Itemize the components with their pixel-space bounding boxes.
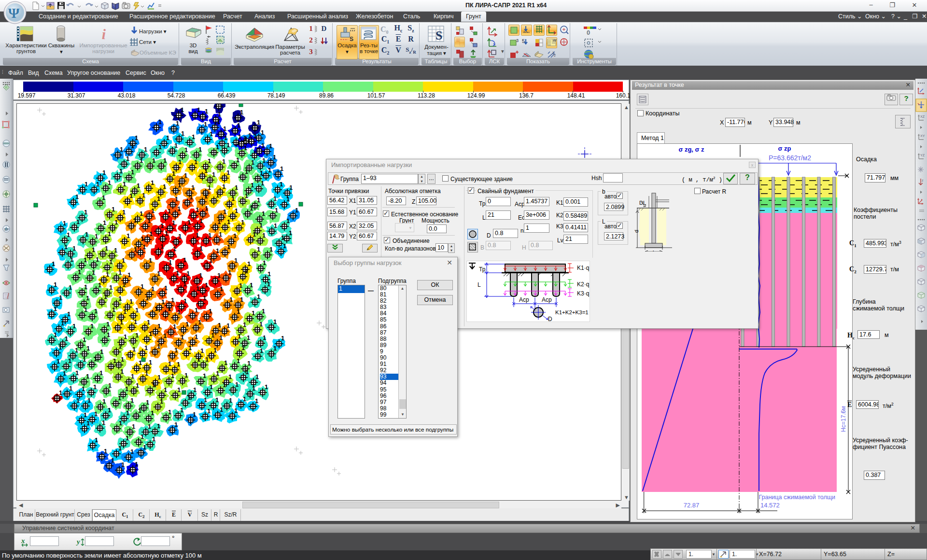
svg-text:y: y xyxy=(76,538,80,546)
svg-text:EF: EF xyxy=(4,227,9,232)
svg-text:K1+K2+K3=1: K1+K2+K3=1 xyxy=(555,309,589,315)
svg-text:YZ: YZ xyxy=(920,154,925,157)
svg-text:Тр: Тр xyxy=(479,266,486,273)
svg-text:2: 2 xyxy=(554,54,556,57)
svg-text:3: 3 xyxy=(516,38,519,43)
svg-text:P=63.662т/м2: P=63.662т/м2 xyxy=(769,154,811,162)
svg-text:5: 5 xyxy=(522,38,525,44)
svg-text:d: d xyxy=(634,230,639,233)
svg-text:Аср: Аср xyxy=(519,296,529,303)
svg-text:D: D xyxy=(548,316,552,322)
svg-text:XZ: XZ xyxy=(920,115,925,118)
svg-text:Граница сжимаемой толщи: Граница сжимаемой толщи xyxy=(759,494,836,501)
svg-text:S: S xyxy=(350,36,353,41)
svg-text:S: S xyxy=(435,28,442,42)
svg-text:0: 0 xyxy=(587,29,590,36)
svg-text:z: z xyxy=(922,179,924,182)
svg-text:72.87: 72.87 xyxy=(684,502,700,509)
svg-text:Ψ: Ψ xyxy=(8,5,20,21)
svg-text:K3·q: K3·q xyxy=(577,290,589,297)
svg-text:σ zp: σ zp xyxy=(778,145,791,152)
svg-text:L: L xyxy=(478,281,481,288)
svg-text:Hс=17.6м: Hс=17.6м xyxy=(840,406,847,432)
svg-text:W: W xyxy=(553,38,557,42)
svg-text:14.572: 14.572 xyxy=(760,502,780,509)
svg-text:b: b xyxy=(653,250,656,252)
svg-text:K1·q: K1·q xyxy=(577,265,589,271)
svg-text:K2·q: K2·q xyxy=(577,281,589,288)
svg-text:Аср: Аср xyxy=(542,296,552,303)
svg-text:σ zg, σ z: σ zg, σ z xyxy=(678,146,704,153)
svg-text:XY: XY xyxy=(920,134,925,138)
svg-text:DL: DL xyxy=(639,200,646,206)
